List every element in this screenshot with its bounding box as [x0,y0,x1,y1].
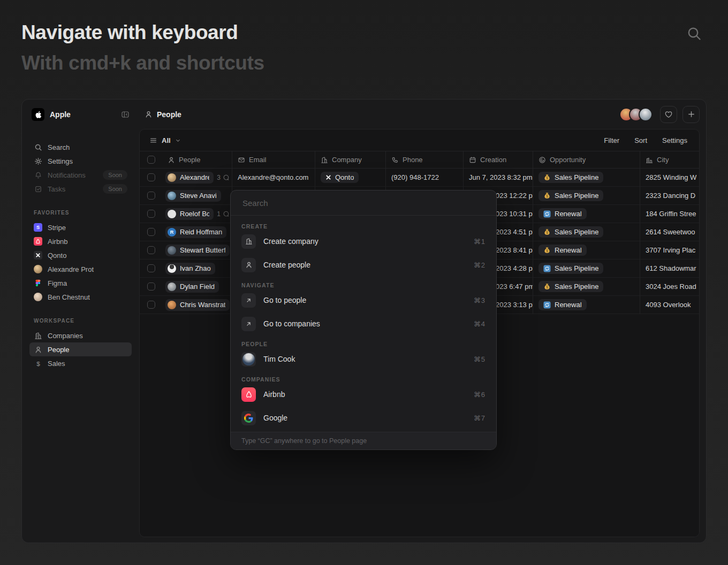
phone-cell[interactable]: (920) 948-1722 [385,169,463,186]
column-header-creation[interactable]: Creation [463,151,533,168]
airbnb-logo-icon [34,237,42,246]
person-chip[interactable]: R Reid Hoffman [165,226,226,238]
sidebar-item-search[interactable]: Search [29,140,132,154]
building-icon [321,156,328,164]
city-cell[interactable]: 4093 Overlook [640,296,699,314]
arrow-up-right-icon [241,293,256,308]
command-create-company[interactable]: Create company ⌘1 [231,230,496,253]
search-icon[interactable] [685,25,703,43]
column-header-people[interactable]: People [162,151,232,168]
column-header-phone[interactable]: Phone [385,151,463,168]
opportunity-cell[interactable]: $ Sales Pipeline [533,278,640,295]
select-all-checkbox[interactable] [147,156,155,164]
sort-button[interactable]: Sort [634,136,647,144]
city-cell[interactable]: 184 Griffin Stree [640,205,699,223]
add-button[interactable] [682,106,700,123]
section-label-navigate: NAVIGATE [241,282,486,288]
table-header: People Email Company Phone [140,151,699,169]
sidebar-item-qonto[interactable]: Qonto [29,248,132,262]
sidebar-item-figma[interactable]: Figma [29,276,132,290]
command-search-input[interactable] [241,198,486,208]
envelope-icon [238,156,245,164]
opportunity-cell[interactable]: $ Sales Pipeline [533,169,640,186]
sidebar-item-stripe[interactable]: S Stripe [29,220,132,234]
comment-count[interactable]: 1 [217,210,230,218]
email-cell[interactable]: Alexandre@qonto.com [232,169,315,186]
command-person-tim-cook[interactable]: Tim Cook ⌘5 [231,347,496,371]
sidebar-item-settings[interactable]: Settings [29,154,132,168]
city-icon [646,156,653,164]
person-chip[interactable]: Chris Wanstrath [165,299,230,311]
city-cell[interactable]: 3707 Irving Plac [640,241,699,259]
avatar [168,210,176,218]
column-header-city[interactable]: City [640,151,699,168]
command-company-airbnb[interactable]: Airbnb ⌘6 [231,383,496,406]
city-cell[interactable]: 612 Shadowmar [640,259,699,277]
workspace-section-label: WORKSPACE [34,318,132,324]
favorite-button[interactable] [660,106,677,123]
table-settings-button[interactable]: Settings [662,136,687,144]
person-chip[interactable]: Ivan Zhao [165,263,215,274]
soon-badge: Soon [103,170,127,180]
calendar-icon [469,156,476,164]
opportunity-cell[interactable]: Renewal [533,205,640,223]
opportunity-cell[interactable]: Renewal [533,296,640,314]
creation-cell[interactable]: Jun 7, 2023 8:32 pm [463,169,533,186]
city-cell[interactable]: 2323 Dancing D [640,187,699,204]
city-cell[interactable]: 2614 Sweetwoo [640,223,699,241]
workspace-switcher[interactable]: Apple [29,107,132,122]
bell-icon [34,171,42,179]
sidebar-item-people[interactable]: People [29,342,132,356]
person-chip[interactable]: Alexandre Prot [165,172,214,184]
svg-text:$: $ [546,231,548,235]
person-chip[interactable]: Roelof Botha [165,208,214,220]
view-selector[interactable]: All [149,136,181,144]
person-chip[interactable]: Dylan Field [165,281,219,293]
command-go-to-companies[interactable]: Go to companies ⌘4 [231,312,496,335]
command-company-google[interactable]: Google ⌘7 [231,406,496,430]
person-icon [241,258,256,272]
opportunity-cell[interactable]: $ Sales Pipeline [533,223,640,241]
person-icon [145,110,153,118]
person-chip[interactable]: Steve Anavi [165,190,221,202]
list-view-icon [149,136,157,144]
building-icon [241,234,256,249]
page: Navigate with keyboard With cmd+k and sh… [0,0,728,565]
column-header-email[interactable]: Email [232,151,315,168]
row-checkbox[interactable] [147,228,155,236]
city-cell[interactable]: 2825 Winding W [640,169,699,186]
column-header-opportunity[interactable]: Opportunity [533,151,640,168]
row-checkbox[interactable] [147,192,155,200]
row-checkbox[interactable] [147,210,155,218]
row-checkbox[interactable] [147,173,155,181]
filter-button[interactable]: Filter [604,136,619,144]
command-go-to-people[interactable]: Go to people ⌘3 [231,288,496,312]
command-create-people[interactable]: Create people ⌘2 [231,253,496,277]
row-checkbox[interactable] [147,301,155,309]
person-chip[interactable]: Stewart Butterfield [165,245,230,256]
workspace-name: Apple [50,110,116,119]
row-checkbox[interactable] [147,282,155,291]
sidebar-item-label: Search [48,143,70,151]
shortcut-badge: ⌘6 [474,391,486,399]
city-cell[interactable]: 3024 Joes Road [640,278,699,295]
avatar [168,173,176,182]
opportunity-cell[interactable]: Sales Pipeline [533,259,640,277]
page-subtitle: With cmd+k and shortcuts [21,52,264,74]
column-header-company[interactable]: Company [315,151,385,168]
sidebar-item-airbnb[interactable]: Airbnb [29,234,132,248]
sidebar-item-alexandre-prot[interactable]: Alexandre Prot [29,262,132,276]
sidebar-item-ben-chestnut[interactable]: Ben Chestnut [29,290,132,304]
person-icon [168,156,175,164]
sidebar-item-companies[interactable]: Companies [29,329,132,342]
comment-count[interactable]: 3 [217,174,230,181]
collaborator-avatars[interactable] [619,108,653,121]
opportunity-cell[interactable]: $ Renewal [533,241,640,259]
row-checkbox[interactable] [147,264,155,272]
command-search[interactable] [231,190,496,216]
company-cell[interactable]: Qonto [315,169,385,186]
row-checkbox[interactable] [147,246,155,254]
collapse-sidebar-icon[interactable] [121,110,130,119]
sidebar-item-sales[interactable]: $ Sales [29,356,132,370]
opportunity-cell[interactable]: $ Sales Pipeline [533,187,640,204]
